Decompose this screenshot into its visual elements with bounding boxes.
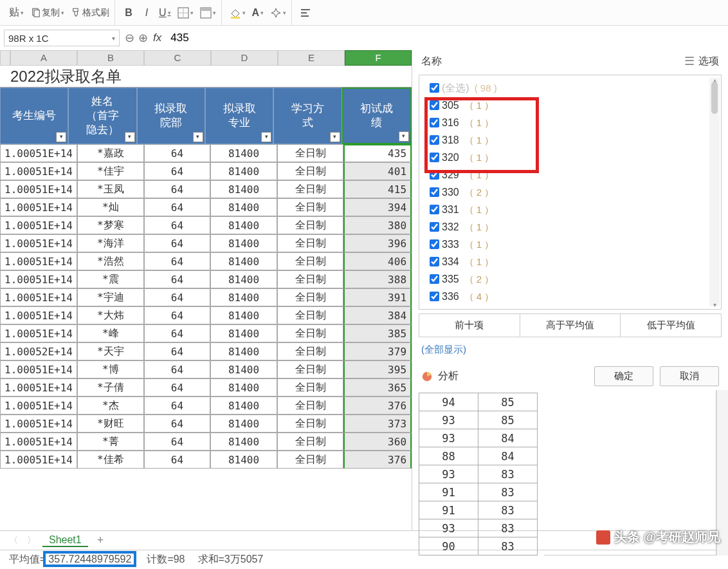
above-avg-button[interactable]: 高于平均值: [520, 314, 621, 337]
checkbox[interactable]: [430, 100, 439, 110]
cell[interactable]: *玉凤: [77, 180, 144, 198]
cell[interactable]: 91: [419, 501, 478, 519]
checkbox[interactable]: [430, 187, 439, 197]
cell[interactable]: 全日制: [277, 180, 344, 198]
cell[interactable]: 全日制: [277, 198, 344, 216]
col-header-A[interactable]: A: [10, 50, 77, 66]
cell[interactable]: 1.00051E+14: [0, 306, 77, 324]
cell[interactable]: 81400: [210, 216, 277, 234]
cell[interactable]: *天宇: [77, 342, 144, 360]
cell[interactable]: 64: [144, 360, 211, 378]
cell[interactable]: 90: [419, 537, 478, 555]
checkbox[interactable]: [430, 257, 439, 266]
cell[interactable]: 384: [343, 306, 412, 324]
cell-style-button[interactable]: ▾: [197, 5, 219, 21]
cell[interactable]: *佳宇: [77, 162, 144, 180]
cell[interactable]: 64: [144, 288, 211, 306]
cell[interactable]: *梦寒: [77, 216, 144, 234]
cell[interactable]: 379: [343, 342, 412, 360]
cell[interactable]: *峰: [77, 324, 144, 342]
fill-color-button[interactable]: ▾: [227, 5, 248, 21]
checkbox[interactable]: [430, 239, 439, 249]
cell[interactable]: 93: [419, 411, 478, 429]
cell[interactable]: *灿: [77, 198, 144, 216]
options-button[interactable]: ☰选项: [684, 54, 719, 68]
cell[interactable]: 64: [144, 180, 211, 198]
font-color-button[interactable]: A▾: [250, 5, 267, 21]
cell[interactable]: 全日制: [277, 396, 344, 415]
cell[interactable]: *佳希: [77, 451, 144, 469]
cell[interactable]: *财旺: [77, 415, 144, 433]
cell[interactable]: 64: [144, 252, 211, 270]
cell[interactable]: 81400: [210, 306, 277, 324]
format-painter-button[interactable]: 格式刷: [68, 5, 112, 21]
sheet-tab-sheet1[interactable]: Sheet1: [42, 534, 88, 547]
cell[interactable]: 1.00051E+14: [0, 162, 77, 180]
cell[interactable]: 93: [419, 465, 478, 483]
cell[interactable]: 1.00051E+14: [0, 198, 77, 216]
cell[interactable]: 64: [144, 216, 211, 234]
cell[interactable]: 1.00051E+14: [0, 234, 77, 252]
cell[interactable]: 81400: [210, 451, 277, 469]
cell[interactable]: 全日制: [277, 342, 344, 360]
cell[interactable]: *菁: [77, 433, 144, 451]
underline-button[interactable]: U▾: [156, 5, 174, 21]
filter-item[interactable]: 332（ 1 ）: [424, 218, 716, 236]
cell[interactable]: 83: [478, 519, 538, 537]
cell[interactable]: 全日制: [277, 378, 344, 396]
filter-item[interactable]: 336（ 4 ）: [424, 288, 716, 305]
show-all-link[interactable]: (全部显示): [412, 337, 728, 362]
checkbox[interactable]: [430, 153, 439, 162]
cell[interactable]: 373: [343, 415, 412, 433]
cell[interactable]: 91: [419, 483, 478, 501]
col-header-C[interactable]: C: [144, 50, 211, 66]
cell[interactable]: 64: [144, 162, 211, 180]
filter-select-all[interactable]: (全选) ( 98 ): [424, 79, 716, 97]
cell[interactable]: *震: [77, 270, 144, 288]
filter-item[interactable]: 330（ 2 ）: [424, 183, 716, 201]
cell[interactable]: *嘉政: [77, 144, 144, 162]
zoom-in-icon[interactable]: ⊕: [138, 31, 148, 45]
filter-item[interactable]: 320（ 1 ）: [424, 149, 716, 166]
cell[interactable]: 81400: [210, 162, 277, 180]
cell[interactable]: 64: [144, 396, 211, 415]
cell[interactable]: 388: [343, 270, 412, 288]
col-header-E[interactable]: E: [278, 50, 345, 66]
cell[interactable]: 84: [478, 429, 538, 447]
cell[interactable]: *子倩: [77, 378, 144, 396]
filter-icon[interactable]: ▾: [261, 132, 271, 142]
cell[interactable]: 全日制: [277, 162, 344, 180]
cell[interactable]: 81400: [210, 198, 277, 216]
cell[interactable]: 406: [343, 252, 412, 270]
col-header-F[interactable]: F: [345, 50, 412, 66]
checkbox[interactable]: [430, 83, 439, 93]
prev-sheet-icon[interactable]: 〈: [6, 535, 21, 546]
cell[interactable]: 1.00051E+14: [0, 433, 77, 451]
checkbox[interactable]: [430, 135, 439, 145]
cell[interactable]: 94: [419, 393, 478, 411]
cell[interactable]: 全日制: [277, 324, 344, 342]
add-sheet-button[interactable]: +: [92, 534, 109, 547]
filter-icon[interactable]: ▾: [56, 132, 66, 142]
filter-icon[interactable]: ▾: [125, 132, 135, 142]
scrollbar[interactable]: ▴ ▾: [709, 78, 720, 306]
cell[interactable]: 81400: [210, 324, 277, 342]
cell[interactable]: 396: [343, 234, 412, 252]
cell[interactable]: 全日制: [277, 306, 344, 324]
cell[interactable]: 64: [144, 198, 211, 216]
checkbox[interactable]: [430, 274, 439, 284]
cell[interactable]: 64: [144, 144, 211, 162]
cell[interactable]: 394: [343, 198, 412, 216]
cell[interactable]: 全日制: [277, 288, 344, 306]
cell[interactable]: 83: [478, 501, 538, 519]
top10-button[interactable]: 前十项: [419, 314, 520, 337]
borders-button[interactable]: ▾: [175, 5, 196, 21]
checkbox[interactable]: [430, 118, 439, 127]
cell[interactable]: 64: [144, 342, 211, 360]
cancel-button[interactable]: 取消: [660, 366, 719, 386]
cell[interactable]: 全日制: [277, 415, 344, 433]
filter-item[interactable]: 334（ 1 ）: [424, 253, 716, 270]
cell[interactable]: 380: [343, 216, 412, 234]
formula-input[interactable]: [167, 30, 724, 46]
cell[interactable]: 全日制: [277, 252, 344, 270]
